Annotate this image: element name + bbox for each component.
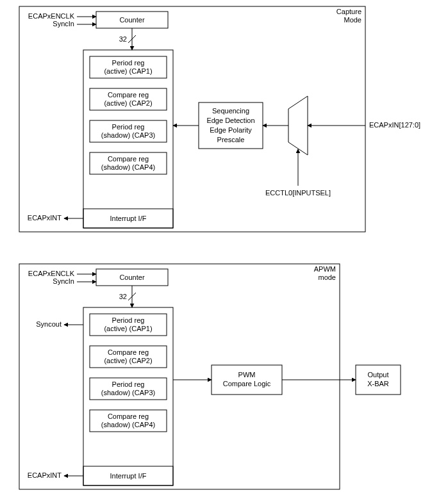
mux-select-label: ECCTL0[INPUTSEL]: [265, 189, 331, 197]
apwm-mode-panel: APWM mode Counter ECAPxENCLK SyncIn 32 P…: [19, 264, 401, 489]
svg-text:(shadow) (CAP4): (shadow) (CAP4): [101, 421, 155, 428]
syncin-label: SyncIn: [53, 20, 74, 28]
bus-width-32: 32: [119, 35, 127, 43]
svg-text:SyncIn: SyncIn: [53, 277, 74, 285]
svg-text:(active) (CAP2): (active) (CAP2): [104, 99, 152, 107]
diagram: Capture Mode Counter ECAPxENCLK SyncIn 3…: [0, 0, 448, 497]
svg-text:Period reg: Period reg: [112, 380, 145, 388]
svg-text:Output: Output: [367, 371, 388, 379]
svg-text:Counter: Counter: [119, 273, 144, 281]
svg-text:Compare reg: Compare reg: [108, 348, 149, 356]
svg-text:Prescale: Prescale: [217, 136, 245, 143]
syncout-label: Syncout: [36, 320, 62, 328]
svg-text:Edge Polarity: Edge Polarity: [210, 126, 252, 134]
capture-mode-panel: Capture Mode Counter ECAPxENCLK SyncIn 3…: [19, 6, 420, 232]
svg-text:Period reg: Period reg: [112, 59, 145, 67]
svg-text:Interrupt I/F: Interrupt I/F: [110, 472, 147, 480]
svg-rect-23: [19, 264, 340, 489]
capture-title-2: Mode: [344, 16, 361, 24]
apwm-reg-group: [83, 307, 173, 485]
svg-text:Edge Detection: Edge Detection: [206, 117, 254, 124]
cap-reg-group: [83, 50, 173, 228]
apwm-title-2: mode: [318, 273, 336, 281]
svg-text:(active) (CAP1): (active) (CAP1): [104, 67, 152, 75]
svg-text:Period reg: Period reg: [112, 316, 145, 324]
apwm-title-1: APWM: [314, 265, 336, 273]
svg-text:(shadow) (CAP3): (shadow) (CAP3): [101, 389, 155, 396]
counter-label: Counter: [119, 16, 144, 24]
svg-text:Compare Logic: Compare Logic: [223, 380, 271, 387]
svg-text:(active) (CAP2): (active) (CAP2): [104, 357, 152, 364]
ecapxin-label: ECAPxIN[127:0]: [369, 121, 420, 129]
svg-text:Interrupt I/F: Interrupt I/F: [110, 215, 147, 222]
ecapxenclk-label: ECAPxENCLK: [28, 12, 75, 20]
svg-text:X-BAR: X-BAR: [367, 380, 389, 387]
svg-text:Compare reg: Compare reg: [108, 155, 149, 163]
svg-text:(active) (CAP1): (active) (CAP1): [104, 325, 152, 332]
svg-text:Compare reg: Compare reg: [108, 91, 149, 99]
ecapxint-label: ECAPxINT: [28, 214, 62, 222]
svg-text:32: 32: [119, 293, 127, 300]
svg-text:Period reg: Period reg: [112, 123, 145, 131]
capture-title-1: Capture: [336, 8, 361, 15]
svg-text:ECAPxENCLK: ECAPxENCLK: [28, 270, 75, 277]
svg-text:PWM: PWM: [238, 371, 256, 379]
svg-text:Compare reg: Compare reg: [108, 412, 149, 420]
svg-rect-0: [19, 6, 365, 232]
svg-text:(shadow) (CAP4): (shadow) (CAP4): [101, 163, 155, 171]
svg-text:(shadow) (CAP3): (shadow) (CAP3): [101, 131, 155, 139]
input-mux: [288, 96, 308, 155]
svg-text:Sequencing: Sequencing: [212, 107, 249, 115]
svg-text:ECAPxINT: ECAPxINT: [28, 471, 62, 479]
